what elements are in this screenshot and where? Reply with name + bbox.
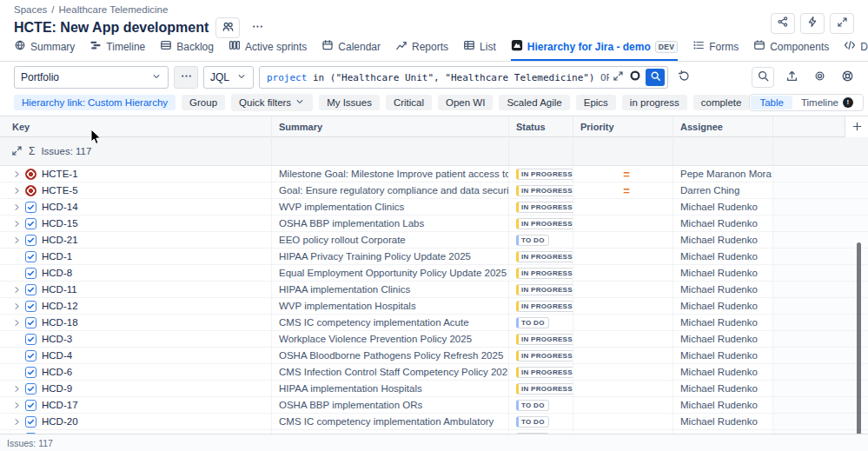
status-badge[interactable]: IN PROGRESS [516,367,573,378]
issue-row-hcte-5[interactable]: HCTE-5Goal: Ensure regulatory compliance… [0,182,868,199]
issue-key[interactable]: HCD-14 [42,202,78,212]
status-badge[interactable]: IN PROGRESS [516,202,573,213]
status-badge[interactable]: IN PROGRESS [516,383,573,395]
vertical-scrollbar[interactable] [857,242,861,451]
tab-hierarchy-for-jira-demo[interactable]: Hierarchy for Jira - demoDEV [511,39,678,61]
column-header-priority[interactable]: Priority [573,116,673,137]
issue-row-hcd-9[interactable]: HCD-9HIPAA implementation HospitalsIN PR… [0,381,868,397]
issue-key[interactable]: HCD-12 [42,301,78,311]
issue-row-hcte-1[interactable]: HCTE-1Milestone Goal: Milestone Improve … [0,166,868,182]
status-badge[interactable]: IN PROGRESS [516,334,573,345]
status-badge[interactable]: IN PROGRESS [516,301,573,312]
status-badge[interactable]: TO DO [516,400,549,411]
view-toggle-table[interactable]: Table [751,96,792,109]
share-button[interactable] [771,13,795,34]
tab-list[interactable]: List [463,39,496,61]
expand-chevron-icon[interactable] [12,318,25,328]
view-toggle-timeline[interactable]: Timeline! [792,96,862,109]
issue-row-hcd-12[interactable]: HCD-12WVP implementation HospitalsIN PRO… [0,298,868,315]
issue-key[interactable]: HCD-17 [42,400,78,410]
column-header-key[interactable]: Key [0,116,272,137]
issue-row-hcd-18[interactable]: HCD-18CMS IC competency implementation A… [0,315,868,331]
issue-row-hcd-1[interactable]: HCD-1HIPAA Privacy Training Policy Updat… [0,249,868,265]
column-header-summary[interactable]: Summary [272,116,509,137]
issue-row-hcd-11[interactable]: HCD-11HIPAA implementation ClinicsIN PRO… [0,282,868,298]
expand-chevron-icon[interactable] [12,235,25,245]
issue-key[interactable]: HCD-8 [42,268,72,278]
hierarchy-link-chip[interactable]: Hierarchy link: Custom Hierarchy [14,95,176,110]
issue-row-hcd-17[interactable]: HCD-17OSHA BBP implementation ORsTO DOMi… [0,397,868,414]
status-badge[interactable]: IN PROGRESS [516,251,573,262]
expand-query-button[interactable] [609,69,626,86]
issue-row-hcd-20[interactable]: HCD-20CMS IC competency implementation A… [0,414,868,430]
more-options-button[interactable] [247,18,268,37]
issue-key[interactable]: HCD-4 [42,350,72,361]
tab-summary[interactable]: Summary [14,39,75,61]
breadcrumb-spaces[interactable]: Spaces [14,4,47,15]
expand-chevron-icon[interactable] [12,302,25,311]
tab-active-sprints[interactable]: Active sprints [229,39,307,61]
filter-chip-critical[interactable]: Critical [386,95,432,110]
tab-forms[interactable]: Forms [692,39,739,61]
issue-row-hcd-3[interactable]: HCD-3Workplace Violence Prevention Polic… [0,331,868,348]
column-header-assignee[interactable]: Assignee [673,116,773,137]
jql-assist-button[interactable] [626,69,644,86]
issue-row-hcd-21[interactable]: HCD-21EEO policy rollout CorporateTO DOM… [0,232,868,249]
refresh-button[interactable] [673,67,694,88]
status-badge[interactable]: TO DO [516,317,549,328]
issue-row-hcd-4[interactable]: HCD-4OSHA Bloodborne Pathogens Policy Re… [0,348,868,364]
issue-key[interactable]: HCD-21 [42,235,78,245]
expand-chevron-icon[interactable] [12,285,25,295]
filter-chip-quick-filters[interactable]: Quick filters [231,94,313,111]
issue-key[interactable]: HCD-11 [42,284,77,295]
issue-key[interactable]: HCD-9 [42,383,72,394]
tab-development[interactable]: Development [844,39,868,61]
column-header-status[interactable]: Status [509,116,573,137]
run-query-button[interactable] [646,69,665,86]
issue-key[interactable]: HCD-1 [42,251,72,262]
expand-chevron-icon[interactable] [12,384,25,394]
issue-key[interactable]: HCD-3 [42,334,72,344]
expand-chevron-icon[interactable] [12,186,25,196]
settings-button[interactable] [809,68,830,87]
issue-row-hcd-15[interactable]: HCD-15OSHA BBP implementation LabsIN PRO… [0,216,868,232]
issue-key[interactable]: HCTE-1 [42,169,78,179]
tab-reports[interactable]: Reports [395,39,448,61]
status-badge[interactable]: IN PROGRESS [516,350,573,361]
issue-key[interactable]: HCD-18 [42,317,78,328]
filter-chip-group[interactable]: Group [182,95,225,110]
filter-chip-open-wi[interactable]: Open WI [438,95,493,110]
status-badge[interactable]: IN PROGRESS [516,169,573,180]
tab-backlog[interactable]: Backlog [160,39,214,61]
expand-chevron-icon[interactable] [12,202,25,212]
status-badge[interactable]: IN PROGRESS [516,218,573,229]
filter-chip-complete[interactable]: complete [693,95,750,110]
fullscreen-button[interactable] [830,13,854,34]
issue-key[interactable]: HCTE-5 [42,185,78,196]
expand-chevron-icon[interactable] [12,169,25,179]
status-badge[interactable]: IN PROGRESS [516,284,573,295]
status-badge[interactable]: IN PROGRESS [516,268,573,279]
automation-button[interactable] [800,13,825,34]
tab-components[interactable]: Components [753,39,829,61]
filter-chip-in-progress[interactable]: in progress [622,95,687,110]
tab-timeline[interactable]: Timeline [89,39,145,61]
issue-key[interactable]: HCD-15 [42,218,78,229]
status-badge[interactable]: TO DO [516,235,549,246]
filter-more-button[interactable] [174,66,198,89]
issue-row-hcd-6[interactable]: HCD-6CMS Infection Control Staff Compete… [0,364,868,381]
filter-chip-scaled-agile[interactable]: Scaled Agile [499,95,569,110]
jql-query-input[interactable]: project in ("Healthcare Unit", "Healthca… [259,66,668,89]
help-button[interactable] [837,68,858,87]
expand-all-icon[interactable] [11,145,23,158]
expand-chevron-icon[interactable] [12,401,25,410]
issue-key[interactable]: HCD-20 [42,416,78,427]
portfolio-select[interactable]: Portfolio [14,66,169,89]
filter-chip-epics[interactable]: Epics [576,95,616,110]
search-button[interactable] [752,67,774,88]
export-button[interactable] [781,68,802,87]
add-column-button[interactable] [845,116,868,137]
status-badge[interactable]: TO DO [516,416,549,428]
jql-mode-select[interactable]: JQL [203,66,254,89]
issue-key[interactable]: HCD-6 [42,367,72,377]
